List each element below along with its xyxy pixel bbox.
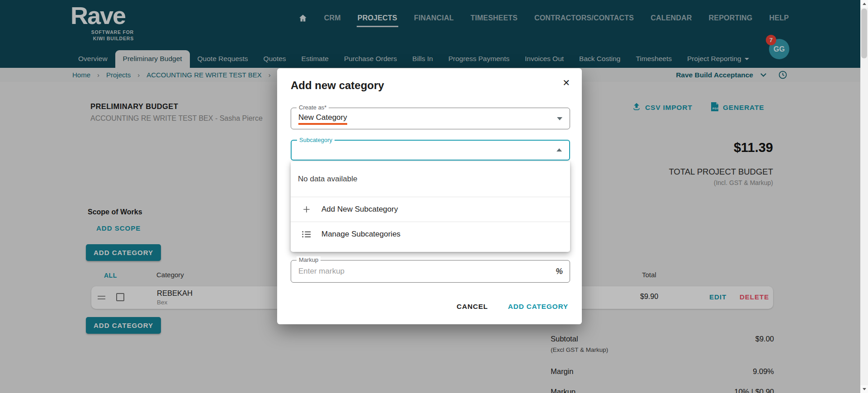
close-icon[interactable]: ✕ [562, 78, 570, 87]
dropdown-caret-up-icon[interactable] [557, 148, 562, 152]
dialog-title: Add new category [291, 79, 384, 92]
subcategory-select[interactable]: Subcategory [291, 140, 570, 161]
add-new-subcategory-option[interactable]: Add New Subcategory [291, 197, 570, 222]
percent-icon: % [556, 267, 563, 276]
create-as-label: Create as* [297, 104, 329, 111]
app-root: Rave SOFTWARE FOR KIWI BUILDERS CRM PROJ… [0, 0, 868, 393]
scroll-up-icon [863, 3, 866, 5]
subcategory-label: Subcategory [297, 137, 335, 143]
cancel-button[interactable]: CANCEL [457, 303, 488, 311]
plus-icon [302, 205, 311, 214]
list-icon [302, 230, 311, 239]
dropdown-empty-state: No data available [291, 161, 570, 197]
scroll-up-button[interactable] [860, 0, 868, 8]
subcategory-dropdown-panel: No data available Add New Subcategory Ma… [291, 161, 570, 252]
scrollbar-thumb[interactable] [861, 9, 867, 58]
create-as-value: New Category [298, 113, 347, 125]
vertical-scrollbar[interactable] [860, 0, 868, 393]
add-category-submit-button[interactable]: ADD CATEGORY [508, 303, 568, 311]
markup-field: Markup % [291, 260, 570, 283]
add-new-category-dialog: Add new category ✕ Create as* New Catego… [277, 68, 582, 324]
scroll-down-icon [863, 388, 866, 390]
markup-input[interactable] [291, 260, 570, 282]
scroll-down-button[interactable] [860, 385, 868, 393]
create-as-select[interactable]: Create as* New Category [291, 108, 570, 129]
dialog-actions: CANCEL ADD CATEGORY [457, 303, 568, 311]
manage-subcategories-option[interactable]: Manage Subcategories [291, 222, 570, 246]
dropdown-caret-icon[interactable] [557, 117, 562, 120]
